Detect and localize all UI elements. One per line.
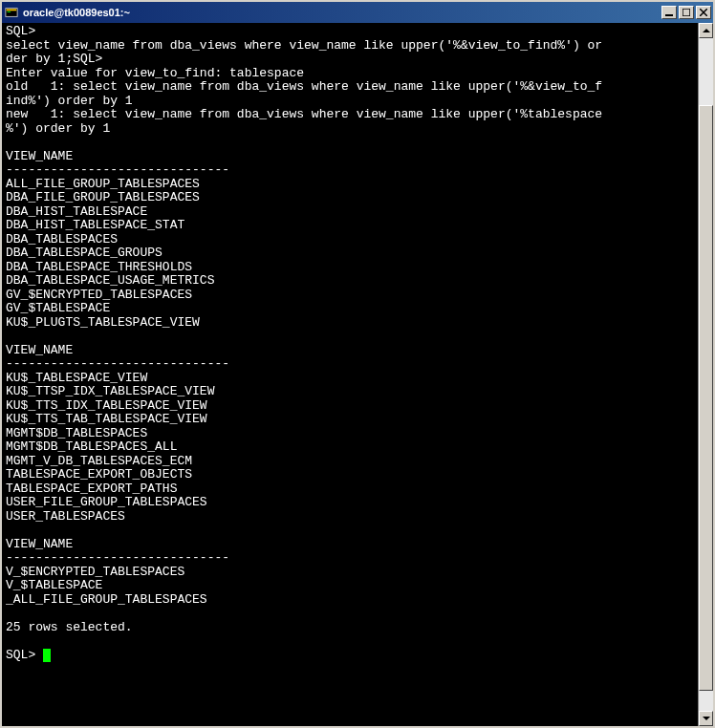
svg-rect-3 — [665, 14, 673, 16]
scroll-track[interactable] — [699, 38, 713, 711]
cursor — [43, 649, 51, 662]
scroll-up-button[interactable] — [699, 23, 713, 38]
titlebar: oracle@tk0089es01:~ — [2, 2, 713, 23]
window-controls — [661, 6, 711, 19]
window-title: oracle@tk0089es01:~ — [23, 7, 661, 18]
svg-rect-1 — [7, 10, 17, 11]
svg-rect-2 — [8, 11, 11, 12]
minimize-button[interactable] — [661, 6, 677, 19]
terminal-output[interactable]: SQL> select view_name from dba_views whe… — [2, 23, 698, 726]
scroll-down-button[interactable] — [699, 711, 713, 726]
vertical-scrollbar — [698, 23, 713, 726]
maximize-button[interactable] — [679, 6, 694, 19]
svg-rect-4 — [682, 9, 690, 16]
terminal-window: oracle@tk0089es01:~ SQL> select view_nam… — [0, 0, 715, 728]
close-button[interactable] — [696, 6, 711, 19]
scroll-thumb[interactable] — [699, 105, 713, 690]
terminal-area: SQL> select view_name from dba_views whe… — [2, 23, 713, 726]
svg-marker-8 — [703, 717, 710, 720]
svg-marker-7 — [703, 29, 710, 32]
app-icon — [4, 5, 19, 20]
